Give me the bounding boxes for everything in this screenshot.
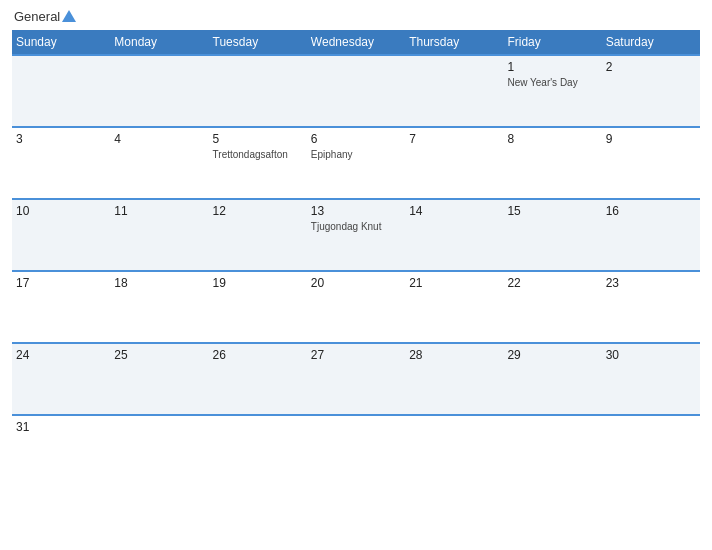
calendar-day-cell: 3 xyxy=(12,127,110,199)
holiday-label: Epiphany xyxy=(311,148,401,161)
calendar-day-cell: 30 xyxy=(602,343,700,415)
calendar-day-cell: 4 xyxy=(110,127,208,199)
day-number: 25 xyxy=(114,348,204,362)
calendar-day-cell: 12 xyxy=(209,199,307,271)
holiday-label: Tjugondag Knut xyxy=(311,220,401,233)
logo-triangle-icon xyxy=(62,10,76,22)
calendar-day-cell: 14 xyxy=(405,199,503,271)
calendar-day-cell: 6Epiphany xyxy=(307,127,405,199)
day-number: 29 xyxy=(507,348,597,362)
weekday-header-row: SundayMondayTuesdayWednesdayThursdayFrid… xyxy=(12,30,700,55)
day-number: 27 xyxy=(311,348,401,362)
calendar-day-cell: 8 xyxy=(503,127,601,199)
calendar-day-cell: 26 xyxy=(209,343,307,415)
weekday-header-tuesday: Tuesday xyxy=(209,30,307,55)
day-number: 10 xyxy=(16,204,106,218)
calendar-week-row: 1New Year's Day2 xyxy=(12,55,700,127)
calendar-day-cell: 13Tjugondag Knut xyxy=(307,199,405,271)
weekday-header-wednesday: Wednesday xyxy=(307,30,405,55)
day-number: 28 xyxy=(409,348,499,362)
day-number: 20 xyxy=(311,276,401,290)
calendar-day-cell: 24 xyxy=(12,343,110,415)
day-number: 3 xyxy=(16,132,106,146)
calendar-day-cell xyxy=(12,55,110,127)
calendar-day-cell xyxy=(110,415,208,487)
calendar-day-cell xyxy=(307,415,405,487)
weekday-header-thursday: Thursday xyxy=(405,30,503,55)
calendar-container: General SundayMondayTuesdayWednesdayThur… xyxy=(0,0,712,550)
day-number: 31 xyxy=(16,420,106,434)
calendar-day-cell: 27 xyxy=(307,343,405,415)
holiday-label: Trettondagsafton xyxy=(213,148,303,161)
calendar-week-row: 10111213Tjugondag Knut141516 xyxy=(12,199,700,271)
weekday-header-friday: Friday xyxy=(503,30,601,55)
day-number: 8 xyxy=(507,132,597,146)
calendar-day-cell xyxy=(209,415,307,487)
day-number: 11 xyxy=(114,204,204,218)
day-number: 19 xyxy=(213,276,303,290)
day-number: 24 xyxy=(16,348,106,362)
calendar-day-cell: 25 xyxy=(110,343,208,415)
calendar-day-cell: 9 xyxy=(602,127,700,199)
day-number: 23 xyxy=(606,276,696,290)
calendar-day-cell: 17 xyxy=(12,271,110,343)
calendar-header: General xyxy=(12,10,700,24)
calendar-day-cell: 5Trettondagsafton xyxy=(209,127,307,199)
weekday-header-saturday: Saturday xyxy=(602,30,700,55)
calendar-day-cell: 29 xyxy=(503,343,601,415)
weekday-header-monday: Monday xyxy=(110,30,208,55)
calendar-week-row: 24252627282930 xyxy=(12,343,700,415)
day-number: 7 xyxy=(409,132,499,146)
day-number: 17 xyxy=(16,276,106,290)
calendar-week-row: 345Trettondagsafton6Epiphany789 xyxy=(12,127,700,199)
day-number: 13 xyxy=(311,204,401,218)
calendar-day-cell xyxy=(503,415,601,487)
day-number: 22 xyxy=(507,276,597,290)
calendar-day-cell xyxy=(405,55,503,127)
calendar-day-cell: 10 xyxy=(12,199,110,271)
day-number: 16 xyxy=(606,204,696,218)
calendar-day-cell xyxy=(209,55,307,127)
day-number: 14 xyxy=(409,204,499,218)
day-number: 21 xyxy=(409,276,499,290)
calendar-day-cell: 16 xyxy=(602,199,700,271)
calendar-day-cell: 7 xyxy=(405,127,503,199)
calendar-day-cell: 15 xyxy=(503,199,601,271)
day-number: 4 xyxy=(114,132,204,146)
logo-general-text: General xyxy=(14,10,76,24)
calendar-day-cell: 21 xyxy=(405,271,503,343)
calendar-day-cell xyxy=(110,55,208,127)
calendar-day-cell: 28 xyxy=(405,343,503,415)
calendar-day-cell xyxy=(602,415,700,487)
day-number: 5 xyxy=(213,132,303,146)
calendar-day-cell: 20 xyxy=(307,271,405,343)
calendar-day-cell: 1New Year's Day xyxy=(503,55,601,127)
day-number: 2 xyxy=(606,60,696,74)
calendar-day-cell xyxy=(405,415,503,487)
calendar-day-cell: 19 xyxy=(209,271,307,343)
day-number: 26 xyxy=(213,348,303,362)
day-number: 1 xyxy=(507,60,597,74)
calendar-day-cell: 18 xyxy=(110,271,208,343)
weekday-header-sunday: Sunday xyxy=(12,30,110,55)
day-number: 18 xyxy=(114,276,204,290)
calendar-day-cell: 31 xyxy=(12,415,110,487)
calendar-week-row: 31 xyxy=(12,415,700,487)
day-number: 12 xyxy=(213,204,303,218)
calendar-day-cell: 11 xyxy=(110,199,208,271)
calendar-table: SundayMondayTuesdayWednesdayThursdayFrid… xyxy=(12,30,700,487)
logo: General xyxy=(14,10,76,24)
day-number: 6 xyxy=(311,132,401,146)
calendar-day-cell xyxy=(307,55,405,127)
day-number: 30 xyxy=(606,348,696,362)
calendar-day-cell: 22 xyxy=(503,271,601,343)
calendar-day-cell: 23 xyxy=(602,271,700,343)
holiday-label: New Year's Day xyxy=(507,76,597,89)
day-number: 15 xyxy=(507,204,597,218)
day-number: 9 xyxy=(606,132,696,146)
calendar-week-row: 17181920212223 xyxy=(12,271,700,343)
calendar-day-cell: 2 xyxy=(602,55,700,127)
